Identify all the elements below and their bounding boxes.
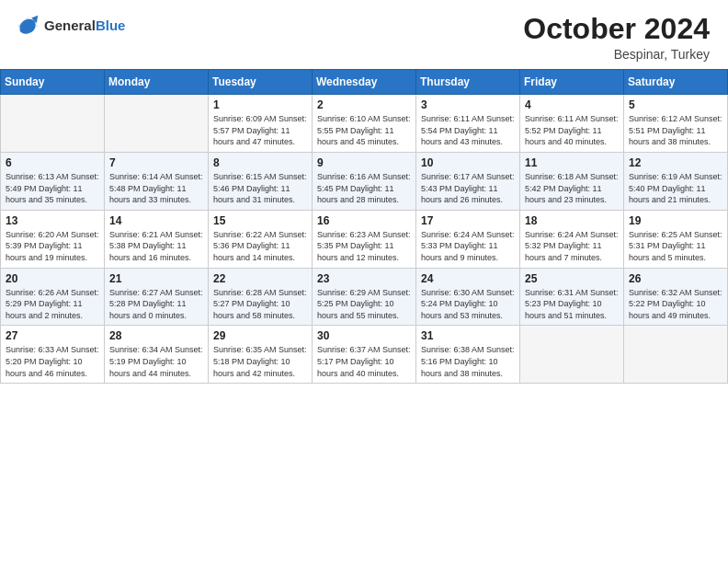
col-monday: Monday [105, 70, 209, 95]
logo: GeneralBlue [15, 13, 125, 39]
calendar-day-cell: 11Sunrise: 6:18 AM Sunset: 5:42 PM Dayli… [520, 152, 624, 210]
calendar-day-cell [520, 326, 624, 384]
day-number: 29 [213, 329, 307, 342]
weekday-header-row: Sunday Monday Tuesday Wednesday Thursday… [1, 70, 728, 95]
col-sunday: Sunday [1, 70, 105, 95]
day-number: 1 [213, 98, 307, 111]
day-number: 20 [6, 272, 99, 285]
calendar-day-cell: 6Sunrise: 6:13 AM Sunset: 5:49 PM Daylig… [1, 152, 105, 210]
col-friday: Friday [520, 70, 624, 95]
calendar-day-cell: 20Sunrise: 6:26 AM Sunset: 5:29 PM Dayli… [1, 268, 105, 326]
calendar-day-cell: 5Sunrise: 6:12 AM Sunset: 5:51 PM Daylig… [624, 95, 728, 153]
col-tuesday: Tuesday [209, 70, 313, 95]
calendar-week-row: 6Sunrise: 6:13 AM Sunset: 5:49 PM Daylig… [1, 152, 728, 210]
calendar-week-row: 27Sunrise: 6:33 AM Sunset: 5:20 PM Dayli… [1, 326, 728, 384]
calendar-day-cell: 14Sunrise: 6:21 AM Sunset: 5:38 PM Dayli… [105, 210, 209, 268]
calendar-day-cell: 31Sunrise: 6:38 AM Sunset: 5:16 PM Dayli… [416, 326, 520, 384]
calendar-day-cell: 27Sunrise: 6:33 AM Sunset: 5:20 PM Dayli… [1, 326, 105, 384]
day-info: Sunrise: 6:25 AM Sunset: 5:31 PM Dayligh… [629, 229, 722, 264]
day-info: Sunrise: 6:24 AM Sunset: 5:33 PM Dayligh… [421, 229, 515, 264]
calendar-day-cell: 25Sunrise: 6:31 AM Sunset: 5:23 PM Dayli… [520, 268, 624, 326]
day-info: Sunrise: 6:31 AM Sunset: 5:23 PM Dayligh… [525, 287, 619, 322]
day-info: Sunrise: 6:35 AM Sunset: 5:18 PM Dayligh… [213, 344, 307, 379]
calendar-day-cell [624, 326, 728, 384]
day-info: Sunrise: 6:37 AM Sunset: 5:17 PM Dayligh… [317, 344, 411, 379]
calendar-table: Sunday Monday Tuesday Wednesday Thursday… [0, 69, 728, 384]
calendar-day-cell: 16Sunrise: 6:23 AM Sunset: 5:35 PM Dayli… [313, 210, 416, 268]
calendar-day-cell [1, 95, 105, 153]
day-info: Sunrise: 6:11 AM Sunset: 5:52 PM Dayligh… [525, 113, 619, 148]
header: GeneralBlue October 2024 Bespinar, Turke… [0, 0, 728, 69]
calendar-day-cell: 2Sunrise: 6:10 AM Sunset: 5:55 PM Daylig… [313, 95, 416, 153]
location-subtitle: Bespinar, Turkey [523, 47, 710, 62]
col-saturday: Saturday [624, 70, 728, 95]
day-info: Sunrise: 6:38 AM Sunset: 5:16 PM Dayligh… [421, 344, 515, 379]
day-info: Sunrise: 6:20 AM Sunset: 5:39 PM Dayligh… [6, 229, 99, 264]
day-info: Sunrise: 6:18 AM Sunset: 5:42 PM Dayligh… [525, 171, 619, 206]
day-number: 13 [6, 214, 99, 227]
day-number: 19 [629, 214, 722, 227]
calendar-day-cell: 17Sunrise: 6:24 AM Sunset: 5:33 PM Dayli… [416, 210, 520, 268]
calendar-day-cell: 7Sunrise: 6:14 AM Sunset: 5:48 PM Daylig… [105, 152, 209, 210]
col-wednesday: Wednesday [313, 70, 416, 95]
day-number: 25 [525, 272, 619, 285]
day-number: 9 [317, 156, 411, 169]
day-info: Sunrise: 6:29 AM Sunset: 5:25 PM Dayligh… [317, 287, 411, 322]
calendar-day-cell: 15Sunrise: 6:22 AM Sunset: 5:36 PM Dayli… [209, 210, 313, 268]
day-info: Sunrise: 6:32 AM Sunset: 5:22 PM Dayligh… [629, 287, 722, 322]
calendar-day-cell: 30Sunrise: 6:37 AM Sunset: 5:17 PM Dayli… [313, 326, 416, 384]
day-number: 6 [6, 156, 99, 169]
day-info: Sunrise: 6:09 AM Sunset: 5:57 PM Dayligh… [213, 113, 307, 148]
calendar-day-cell: 21Sunrise: 6:27 AM Sunset: 5:28 PM Dayli… [105, 268, 209, 326]
calendar-day-cell: 22Sunrise: 6:28 AM Sunset: 5:27 PM Dayli… [209, 268, 313, 326]
day-info: Sunrise: 6:30 AM Sunset: 5:24 PM Dayligh… [421, 287, 515, 322]
day-info: Sunrise: 6:13 AM Sunset: 5:49 PM Dayligh… [6, 171, 99, 206]
day-number: 5 [629, 98, 722, 111]
day-info: Sunrise: 6:21 AM Sunset: 5:38 PM Dayligh… [109, 229, 203, 264]
logo-icon [15, 13, 40, 39]
day-info: Sunrise: 6:28 AM Sunset: 5:27 PM Dayligh… [213, 287, 307, 322]
day-number: 12 [629, 156, 722, 169]
day-info: Sunrise: 6:34 AM Sunset: 5:19 PM Dayligh… [109, 344, 203, 379]
day-number: 21 [109, 272, 203, 285]
day-number: 4 [525, 98, 619, 111]
calendar-day-cell: 8Sunrise: 6:15 AM Sunset: 5:46 PM Daylig… [209, 152, 313, 210]
calendar-week-row: 13Sunrise: 6:20 AM Sunset: 5:39 PM Dayli… [1, 210, 728, 268]
logo-text: GeneralBlue [44, 17, 125, 34]
day-number: 31 [421, 329, 515, 342]
day-number: 23 [317, 272, 411, 285]
calendar-day-cell: 19Sunrise: 6:25 AM Sunset: 5:31 PM Dayli… [624, 210, 728, 268]
day-number: 3 [421, 98, 515, 111]
title-block: October 2024 Bespinar, Turkey [523, 13, 710, 62]
day-info: Sunrise: 6:12 AM Sunset: 5:51 PM Dayligh… [629, 113, 722, 148]
calendar-day-cell [105, 95, 209, 153]
day-info: Sunrise: 6:22 AM Sunset: 5:36 PM Dayligh… [213, 229, 307, 264]
calendar-day-cell: 4Sunrise: 6:11 AM Sunset: 5:52 PM Daylig… [520, 95, 624, 153]
calendar-week-row: 1Sunrise: 6:09 AM Sunset: 5:57 PM Daylig… [1, 95, 728, 153]
day-number: 10 [421, 156, 515, 169]
day-number: 16 [317, 214, 411, 227]
calendar-day-cell: 23Sunrise: 6:29 AM Sunset: 5:25 PM Dayli… [313, 268, 416, 326]
day-info: Sunrise: 6:17 AM Sunset: 5:43 PM Dayligh… [421, 171, 515, 206]
day-number: 27 [6, 329, 99, 342]
calendar-day-cell: 18Sunrise: 6:24 AM Sunset: 5:32 PM Dayli… [520, 210, 624, 268]
calendar-day-cell: 26Sunrise: 6:32 AM Sunset: 5:22 PM Dayli… [624, 268, 728, 326]
day-number: 26 [629, 272, 722, 285]
calendar-day-cell: 29Sunrise: 6:35 AM Sunset: 5:18 PM Dayli… [209, 326, 313, 384]
calendar-day-cell: 3Sunrise: 6:11 AM Sunset: 5:54 PM Daylig… [416, 95, 520, 153]
day-info: Sunrise: 6:11 AM Sunset: 5:54 PM Dayligh… [421, 113, 515, 148]
calendar-week-row: 20Sunrise: 6:26 AM Sunset: 5:29 PM Dayli… [1, 268, 728, 326]
day-number: 18 [525, 214, 619, 227]
day-number: 30 [317, 329, 411, 342]
calendar-day-cell: 10Sunrise: 6:17 AM Sunset: 5:43 PM Dayli… [416, 152, 520, 210]
calendar-day-cell: 13Sunrise: 6:20 AM Sunset: 5:39 PM Dayli… [1, 210, 105, 268]
day-info: Sunrise: 6:15 AM Sunset: 5:46 PM Dayligh… [213, 171, 307, 206]
calendar-day-cell: 9Sunrise: 6:16 AM Sunset: 5:45 PM Daylig… [313, 152, 416, 210]
day-number: 2 [317, 98, 411, 111]
day-info: Sunrise: 6:19 AM Sunset: 5:40 PM Dayligh… [629, 171, 722, 206]
calendar-day-cell: 12Sunrise: 6:19 AM Sunset: 5:40 PM Dayli… [624, 152, 728, 210]
day-number: 28 [109, 329, 203, 342]
day-info: Sunrise: 6:24 AM Sunset: 5:32 PM Dayligh… [525, 229, 619, 264]
calendar-page: GeneralBlue October 2024 Bespinar, Turke… [0, 0, 728, 563]
calendar-day-cell: 24Sunrise: 6:30 AM Sunset: 5:24 PM Dayli… [416, 268, 520, 326]
